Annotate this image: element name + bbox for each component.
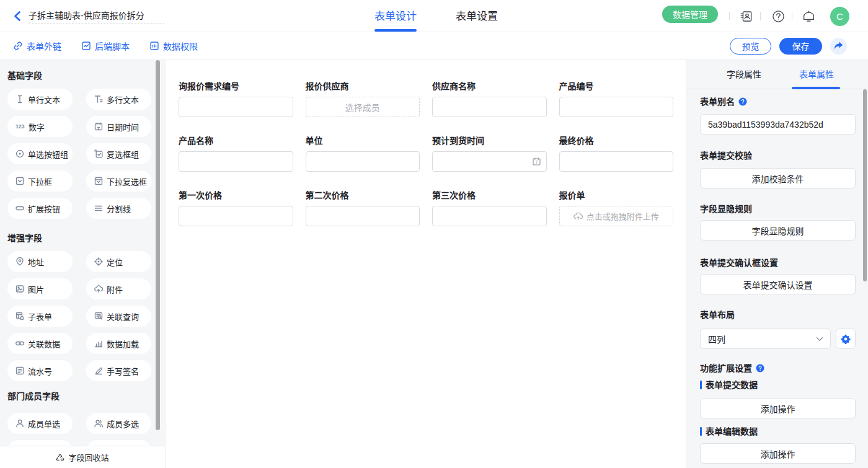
svg-text:7: 7	[535, 160, 538, 164]
